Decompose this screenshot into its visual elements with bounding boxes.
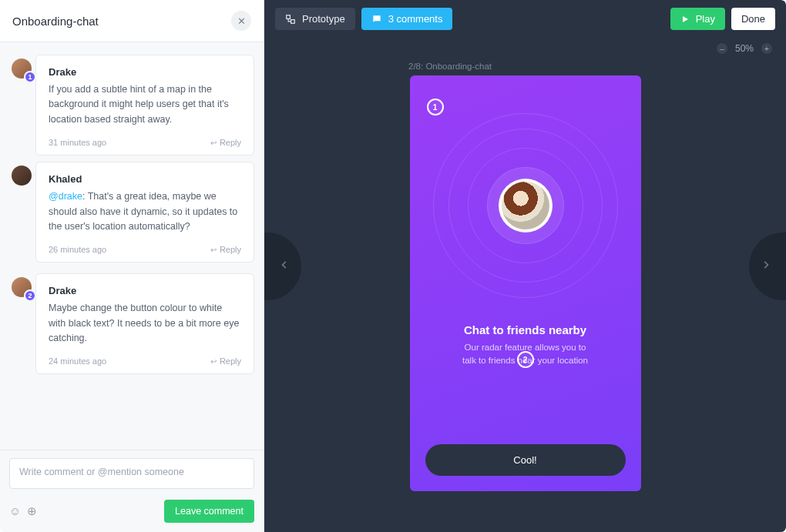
reply-button[interactable]: ↩ Reply: [210, 356, 241, 366]
canvas: 2/8: Onboarding-chat 1 Chat to friends n…: [264, 62, 786, 532]
canvas-label: 2/8: Onboarding-chat: [408, 62, 492, 71]
reply-label: Reply: [220, 138, 241, 147]
svg-rect-1: [291, 19, 295, 23]
mention-icon[interactable]: ⊕: [27, 504, 37, 518]
comment-time: 31 minutes ago: [49, 138, 106, 147]
svg-rect-0: [287, 15, 291, 18]
preview-toolbar: Prototype 3 comments Play Done: [264, 0, 786, 30]
comment-pin-badge: 2: [24, 289, 36, 302]
comment-author: Khaled: [49, 173, 241, 185]
avatar: [12, 166, 32, 186]
reply-label: Reply: [220, 356, 241, 366]
play-icon: [680, 15, 690, 24]
comment-body: If you add a subtle hint of a map in the…: [49, 82, 241, 127]
composer-tools: ☺ ⊕: [9, 504, 37, 518]
comment-meta: 26 minutes ago ↩ Reply: [49, 245, 241, 254]
mention-link[interactable]: @drake: [49, 191, 82, 202]
prototype-label: Prototype: [302, 13, 345, 25]
avatar-wrap: [12, 166, 33, 187]
comments-button[interactable]: 3 comments: [361, 8, 453, 30]
comment-card[interactable]: Khaled @drake: That's a great idea, mayb…: [35, 162, 254, 263]
prototype-icon: [285, 14, 296, 25]
reply-label: Reply: [220, 245, 241, 254]
comment-thread: 1 Drake If you add a subtle hint of a ma…: [9, 55, 254, 263]
radar-graphic: [437, 117, 614, 294]
avatar-wrap: 2: [12, 277, 33, 299]
close-panel-button[interactable]: ✕: [231, 11, 251, 31]
annotation-pin[interactable]: 1: [427, 99, 444, 115]
mockup-screen[interactable]: 1 Chat to friends nearby 2 Our radar fea…: [410, 75, 641, 491]
avatar: [499, 179, 553, 233]
mock-cta-button[interactable]: Cool!: [425, 444, 626, 476]
comments-header: Onboarding-chat ✕: [0, 0, 264, 42]
comment-author: Drake: [49, 285, 241, 296]
toolbar-right: Play Done: [670, 8, 775, 30]
done-button[interactable]: Done: [731, 8, 775, 30]
comments-list: 1 Drake If you add a subtle hint of a ma…: [0, 42, 264, 450]
annotation-pin[interactable]: 2: [517, 351, 534, 368]
comment-body: @drake: That's a great idea, maybe we sh…: [49, 189, 241, 234]
reply-icon: ↩: [210, 246, 217, 254]
reply-icon: ↩: [210, 139, 217, 147]
comment-time: 26 minutes ago: [49, 245, 106, 254]
comments-panel: Onboarding-chat ✕ 1 Drake If you add a s…: [0, 0, 264, 532]
avatar-wrap: 1: [12, 59, 33, 80]
leave-comment-button[interactable]: Leave comment: [164, 500, 254, 523]
preview-panel: Prototype 3 comments Play Done – 50% +: [264, 0, 786, 532]
comment-icon: [371, 14, 382, 25]
play-label: Play: [696, 13, 715, 25]
comment-input[interactable]: [9, 458, 254, 489]
zoom-controls: – 50% +: [717, 43, 772, 54]
comment-meta: 24 minutes ago ↩ Reply: [49, 356, 241, 366]
reply-icon: ↩: [210, 357, 217, 366]
screen-title: Onboarding-chat: [12, 15, 99, 28]
toolbar-left: Prototype 3 comments: [275, 8, 452, 30]
reply-button[interactable]: ↩ Reply: [210, 245, 241, 254]
comment-composer: ☺ ⊕ Leave comment: [0, 450, 264, 532]
zoom-value: 50%: [735, 43, 754, 54]
composer-actions: ☺ ⊕ Leave comment: [9, 500, 254, 523]
mock-title: Chat to friends nearby: [464, 323, 586, 336]
comment-time: 24 minutes ago: [49, 356, 106, 366]
comment-body: Maybe change the button colour to white …: [49, 301, 241, 346]
emoji-icon[interactable]: ☺: [9, 504, 21, 518]
prototype-button[interactable]: Prototype: [275, 8, 355, 30]
comments-label: 3 comments: [388, 13, 443, 25]
zoom-out-button[interactable]: –: [717, 43, 727, 54]
comment-card[interactable]: 2 Drake Maybe change the button colour t…: [35, 273, 254, 374]
comment-meta: 31 minutes ago ↩ Reply: [49, 138, 241, 147]
comment-thread: 2 Drake Maybe change the button colour t…: [9, 273, 254, 374]
comment-pin-badge: 1: [24, 71, 36, 83]
close-icon: ✕: [237, 15, 246, 27]
reply-button[interactable]: ↩ Reply: [210, 138, 241, 147]
play-button[interactable]: Play: [670, 8, 725, 30]
zoom-in-button[interactable]: +: [761, 43, 772, 54]
comment-author: Drake: [49, 66, 241, 78]
comment-card[interactable]: 1 Drake If you add a subtle hint of a ma…: [35, 55, 254, 156]
